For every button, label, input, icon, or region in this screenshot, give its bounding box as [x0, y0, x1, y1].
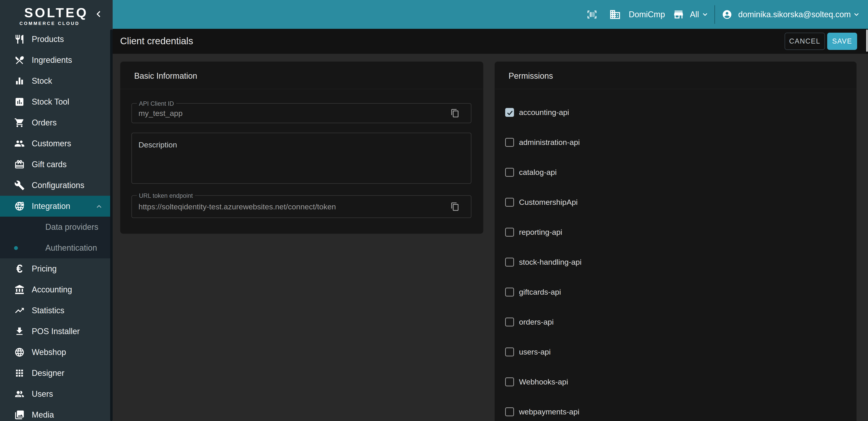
sidebar-item-label: Webshop	[32, 347, 66, 357]
permission-label[interactable]: administration-api	[519, 138, 580, 147]
brand-name: SOLTEQ	[24, 5, 88, 20]
chevron-left-icon[interactable]	[94, 10, 103, 18]
copy-icon[interactable]	[451, 109, 460, 118]
chevron-down-icon[interactable]	[702, 11, 709, 18]
url-token-endpoint-field: URL token endpoint https://solteqidentit…	[131, 195, 471, 218]
company-name[interactable]: DomiCmp	[629, 10, 665, 19]
sidebar-item-statistics[interactable]: Statistics	[0, 300, 113, 321]
save-button[interactable]: SAVE	[827, 33, 857, 50]
permission-label[interactable]: Webhooks-api	[519, 377, 568, 386]
checkbox[interactable]	[505, 108, 514, 117]
permission-label[interactable]: webpayments-api	[519, 408, 579, 416]
sidebar-item-ingredients[interactable]: Ingredients	[0, 50, 113, 71]
checkbox[interactable]	[505, 258, 514, 266]
sidebar-item-label: Pricing	[32, 264, 57, 274]
sidebar-item-label: Accounting	[32, 285, 72, 294]
permission-row: reporting-api	[495, 217, 857, 247]
permission-label[interactable]: giftcards-api	[519, 288, 561, 297]
url-token-endpoint-value: https://solteqidentity-test.azurewebsite…	[138, 202, 336, 211]
content-area: Basic Information API Client ID my_test_…	[113, 54, 868, 421]
sidebar-subitem-data-providers[interactable]: Data providers	[0, 217, 113, 237]
permission-label[interactable]: orders-api	[519, 317, 554, 327]
checkbox[interactable]	[505, 408, 514, 416]
sidebar-item-label: Products	[32, 34, 64, 44]
restaurant-icon	[14, 34, 25, 45]
checkbox[interactable]	[505, 377, 514, 386]
chevron-down-icon[interactable]	[853, 11, 860, 18]
account-circle-icon[interactable]	[722, 9, 732, 20]
permission-label[interactable]: accounting-api	[519, 108, 569, 117]
globe-icon	[14, 347, 25, 358]
euro-icon: €	[14, 263, 25, 274]
sidebar-item-stock-tool[interactable]: Stock Tool	[0, 91, 113, 112]
checkbox[interactable]	[505, 138, 514, 147]
checkbox[interactable]	[505, 347, 514, 356]
store-icon[interactable]	[673, 9, 684, 21]
barcode-scanner-icon[interactable]	[586, 9, 598, 21]
company-building-icon[interactable]	[609, 9, 621, 21]
checkbox[interactable]	[505, 168, 514, 177]
sidebar-item-pricing[interactable]: € Pricing	[0, 258, 113, 279]
permission-row: CustomershipApi	[495, 187, 857, 217]
description-textarea[interactable]: Description	[131, 133, 471, 184]
sidebar-item-customers[interactable]: Customers	[0, 133, 113, 154]
sidebar-item-orders[interactable]: Orders	[0, 112, 113, 133]
wrench-icon	[14, 180, 25, 191]
checkbox[interactable]	[505, 288, 514, 297]
permission-row: giftcards-api	[495, 277, 857, 307]
sidebar-item-stock[interactable]: Stock	[0, 71, 113, 91]
sidebar-item-label: Ingredients	[32, 55, 72, 65]
permission-label[interactable]: CustomershipApi	[519, 198, 578, 207]
basic-information-panel: Basic Information API Client ID my_test_…	[120, 61, 484, 234]
sidebar-item-products[interactable]: Products	[0, 29, 113, 50]
brand-logo: SOLTEQ COMMERCE CLOUD	[0, 0, 113, 29]
sidebar-item-media[interactable]: Media	[0, 404, 113, 421]
permission-label[interactable]: catalog-api	[519, 168, 557, 177]
permission-label[interactable]: users-api	[519, 347, 551, 356]
trending-up-icon	[14, 305, 25, 316]
permission-label[interactable]: stock-handling-api	[519, 258, 582, 266]
copy-icon[interactable]	[451, 202, 460, 211]
cancel-button[interactable]: CANCEL	[784, 33, 825, 50]
permission-row: users-api	[495, 337, 857, 367]
api-client-id-field: API Client ID my_test_app	[131, 103, 471, 123]
sidebar-scrollbar[interactable]	[110, 29, 113, 421]
shopping-cart-icon	[14, 117, 25, 128]
gift-card-icon	[14, 159, 25, 170]
sidebar-item-label: Stock	[32, 76, 52, 86]
checkbox[interactable]	[505, 317, 514, 327]
sidebar-subitem-label: Data providers	[45, 222, 98, 232]
sidebar-item-label: Configurations	[32, 180, 84, 190]
checkbox[interactable]	[505, 198, 514, 207]
globe-lock-icon	[14, 201, 25, 212]
permissions-list: accounting-api administration-api catalo…	[495, 97, 857, 421]
field-label: URL token endpoint	[137, 192, 195, 199]
sidebar-item-users[interactable]: Users	[0, 384, 113, 404]
sidebar-item-label: POS Installer	[32, 327, 80, 336]
photo-library-icon	[14, 410, 25, 420]
store-selector-value[interactable]: All	[690, 10, 699, 19]
sidebar-item-configurations[interactable]: Configurations	[0, 175, 113, 196]
user-email[interactable]: dominika.sikorska@solteq.com	[738, 10, 851, 19]
sidebar-item-label: Integration	[32, 201, 70, 211]
permission-row: catalog-api	[495, 157, 857, 187]
panel-title: Basic Information	[134, 71, 197, 81]
sidebar-subitem-label: Authentication	[45, 243, 97, 253]
permissions-panel: Permissions accounting-api administratio…	[495, 61, 857, 421]
permission-row: webpayments-api	[495, 397, 857, 421]
sidebar-item-gift-cards[interactable]: Gift cards	[0, 154, 113, 175]
sidebar-item-webshop[interactable]: Webshop	[0, 342, 113, 363]
download-icon	[14, 326, 25, 337]
sidebar-item-designer[interactable]: Designer	[0, 363, 113, 384]
permission-row: administration-api	[495, 127, 857, 157]
checkbox[interactable]	[505, 228, 514, 236]
permission-label[interactable]: reporting-api	[519, 228, 562, 236]
sidebar-subitem-authentication[interactable]: Authentication	[0, 237, 113, 258]
sidebar-item-integration[interactable]: Integration	[0, 196, 113, 217]
page-scrollbar[interactable]	[866, 29, 868, 52]
permission-row: Webhooks-api	[495, 367, 857, 397]
apps-grid-icon	[14, 368, 25, 378]
sidebar-item-pos-installer[interactable]: POS Installer	[0, 321, 113, 342]
topbar-divider	[714, 5, 715, 24]
sidebar-item-accounting[interactable]: Accounting	[0, 279, 113, 300]
